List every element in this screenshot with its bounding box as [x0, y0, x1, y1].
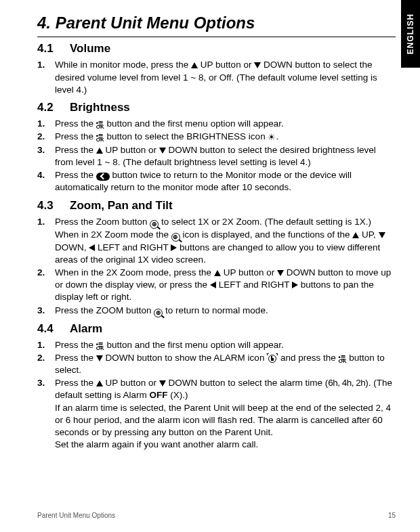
list-item: 1. Press the •☰OK button and the first m…	[37, 118, 396, 130]
up-arrow-icon	[191, 62, 198, 68]
list-item: 2. When in the 2X Zoom mode, press the U…	[37, 267, 396, 304]
right-arrow-icon	[171, 244, 177, 251]
menu-ok-icon: •☰OK	[96, 122, 104, 129]
zoom-icon: ⊕	[150, 220, 159, 229]
zoom-icon: ⊕	[154, 309, 163, 317]
down-arrow-icon	[96, 355, 103, 361]
zoom-icon: ⊕	[171, 233, 180, 242]
list-item: 1. While in monitor mode, press the UP b…	[37, 59, 396, 96]
list-item: 1. Press the Zoom button ⊕ to select 1X …	[37, 216, 396, 266]
alarm-time-options: 6h, 4h, 2h	[328, 378, 365, 388]
section-4-1-heading: 4.1Volume	[37, 41, 396, 57]
list-item: 4. Press the button twice to return to t…	[37, 169, 396, 194]
section-4-2-steps: 1. Press the •☰OK button and the first m…	[37, 118, 396, 194]
list-item: 2. Press the DOWN button to show the ALA…	[37, 352, 396, 376]
page-title: 4. Parent Unit Menu Options	[37, 12, 396, 37]
down-arrow-icon	[159, 148, 166, 154]
list-item: 3. Press the ZOOM button ⊕ to return to …	[37, 305, 396, 317]
page-footer: Parent Unit Menu Options 15	[37, 511, 396, 520]
up-arrow-icon	[96, 380, 103, 386]
footer-page-number: 15	[388, 511, 396, 520]
footer-section-name: Parent Unit Menu Options	[37, 511, 115, 520]
section-4-4-steps: 1. Press the •☰OK button and the first m…	[37, 339, 396, 451]
back-button-icon	[96, 173, 110, 181]
list-item: 3. Press the UP button or DOWN button to…	[37, 144, 396, 169]
section-4-3-steps: 1. Press the Zoom button ⊕ to select 1X …	[37, 216, 396, 317]
brightness-icon: ☀	[268, 132, 276, 142]
right-arrow-icon	[292, 282, 298, 288]
up-arrow-icon	[214, 270, 221, 276]
section-4-1-steps: 1. While in monitor mode, press the UP b…	[37, 59, 396, 96]
section-4-4-heading: 4.4Alarm	[37, 322, 396, 337]
language-tab: ENGLISH	[401, 0, 420, 68]
up-arrow-icon	[352, 232, 359, 238]
down-arrow-icon	[379, 232, 385, 238]
down-arrow-icon	[277, 270, 284, 276]
menu-ok-icon: •☰OK	[338, 356, 346, 363]
section-4-3-heading: 4.3Zoom, Pan and Tilt	[37, 198, 396, 214]
left-arrow-icon	[210, 282, 216, 288]
alarm-clock-icon	[267, 353, 278, 363]
list-item: 2. Press the •☰OK button to select the B…	[37, 131, 396, 143]
down-arrow-icon	[254, 62, 261, 68]
page-content: 4. Parent Unit Menu Options 4.1Volume 1.…	[0, 0, 420, 451]
list-item: 1. Press the •☰OK button and the first m…	[37, 339, 396, 351]
up-arrow-icon	[96, 148, 103, 154]
menu-ok-icon: •☰OK	[96, 343, 104, 351]
list-item: 3. Press the UP button or DOWN button to…	[37, 377, 396, 451]
menu-ok-icon: •☰OK	[96, 135, 104, 142]
left-arrow-icon	[89, 244, 95, 251]
down-arrow-icon	[159, 380, 166, 386]
section-4-2-heading: 4.2Brightness	[37, 100, 396, 116]
